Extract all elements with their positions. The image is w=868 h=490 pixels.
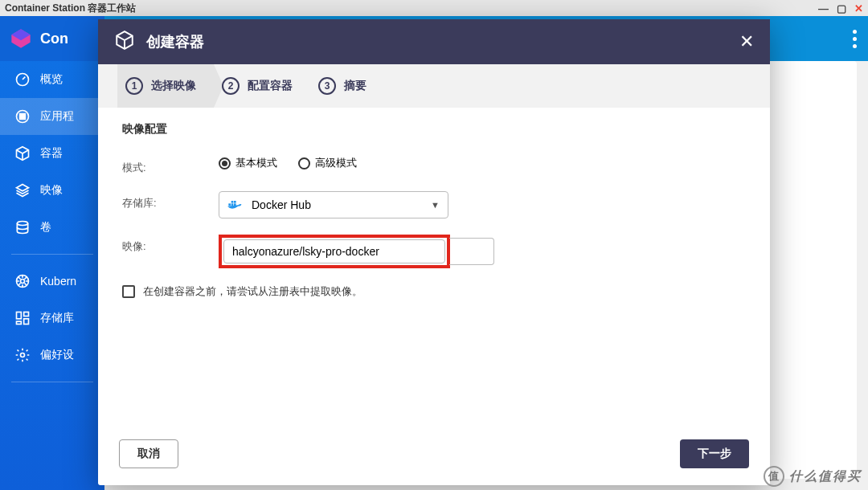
image-input[interactable] xyxy=(223,239,445,263)
window-minimize-icon[interactable]: — xyxy=(818,2,829,14)
image-label: 映像: xyxy=(122,235,219,254)
sidebar-item-repositories[interactable]: 存储库 xyxy=(0,300,104,337)
checkbox-icon xyxy=(122,285,135,298)
sidebar-item-label: 应用程 xyxy=(40,109,74,124)
sidebar-item-label: 映像 xyxy=(40,183,63,198)
step-number: 3 xyxy=(318,77,336,95)
svg-point-8 xyxy=(17,222,27,226)
svg-rect-6 xyxy=(20,117,23,120)
window-controls: — ▢ ✕ xyxy=(818,2,863,14)
modal-footer: 取消 下一步 xyxy=(98,432,770,485)
svg-rect-20 xyxy=(234,201,236,203)
svg-rect-5 xyxy=(23,114,26,116)
svg-point-10 xyxy=(21,280,25,284)
step-label: 摘要 xyxy=(344,79,366,93)
step-label: 选择映像 xyxy=(151,79,196,93)
checkbox-label: 在创建容器之前，请尝试从注册表中提取映像。 xyxy=(143,284,362,299)
modal-overlay: 创建容器 ✕ 1 选择映像 2 配置容器 3 摘要 映像配置 模式: xyxy=(0,16,868,490)
brand-label: Con xyxy=(40,31,68,47)
mode-field: 基本模式 高级模式 xyxy=(219,156,357,170)
radio-advanced-mode[interactable]: 高级模式 xyxy=(298,156,357,170)
radio-icon xyxy=(219,157,231,169)
modal-title: 创建容器 xyxy=(146,32,204,51)
section-title: 映像配置 xyxy=(122,122,746,137)
step-label: 配置容器 xyxy=(248,79,293,93)
svg-rect-12 xyxy=(24,312,29,316)
sidebar-item-label: 卷 xyxy=(40,220,51,235)
cancel-button[interactable]: 取消 xyxy=(119,439,178,468)
sidebar: Con 概览 应用程 容器 映像 卷 Kubern 存储库 xyxy=(0,16,104,490)
layers-icon xyxy=(14,182,31,198)
row-repository: 存储库: Docker Hub ▼ xyxy=(122,191,746,218)
radio-icon xyxy=(298,157,310,169)
repository-label: 存储库: xyxy=(122,191,219,210)
image-input-ext[interactable] xyxy=(449,238,494,265)
modal-body: 映像配置 模式: 基本模式 高级模式 存储库: xyxy=(98,108,770,432)
svg-rect-11 xyxy=(17,312,22,319)
window-titlebar: Container Station 容器工作站 — ▢ ✕ xyxy=(0,0,868,16)
gear-icon xyxy=(14,347,31,363)
sidebar-item-images[interactable]: 映像 xyxy=(0,172,104,209)
docker-icon xyxy=(227,199,244,210)
svg-rect-14 xyxy=(24,319,29,325)
helm-icon xyxy=(14,273,31,289)
step-configure-container[interactable]: 2 配置容器 xyxy=(214,64,310,108)
grid-icon xyxy=(14,108,31,125)
mode-label: 模式: xyxy=(122,156,219,175)
window-maximize-icon[interactable]: ▢ xyxy=(837,2,846,14)
sidebar-item-label: 容器 xyxy=(40,146,63,161)
repository-field: Docker Hub ▼ xyxy=(219,191,448,218)
radio-basic-mode[interactable]: 基本模式 xyxy=(219,156,277,170)
sidebar-item-applications[interactable]: 应用程 xyxy=(0,98,104,135)
svg-rect-16 xyxy=(228,203,231,206)
modal-header: 创建容器 ✕ xyxy=(98,19,770,64)
svg-point-15 xyxy=(21,353,25,357)
cube-icon xyxy=(114,30,135,54)
highlight-frame xyxy=(219,235,450,268)
sidebar-item-label: 存储库 xyxy=(40,311,74,325)
wizard-steps: 1 选择映像 2 配置容器 3 摘要 xyxy=(98,64,770,108)
row-precheck: 在创建容器之前，请尝试从注册表中提取映像。 xyxy=(122,284,746,299)
svg-rect-7 xyxy=(23,117,26,120)
gauge-icon xyxy=(14,71,31,88)
sidebar-divider xyxy=(11,382,93,382)
sidebar-item-kubernetes[interactable]: Kubern xyxy=(0,263,104,300)
sidebar-item-label: Kubern xyxy=(40,275,76,288)
menu-dots-icon[interactable] xyxy=(853,30,857,48)
image-field xyxy=(219,235,494,268)
svg-rect-19 xyxy=(231,201,234,203)
radio-label: 高级模式 xyxy=(315,156,357,170)
step-number: 1 xyxy=(125,77,143,95)
chevron-down-icon: ▼ xyxy=(431,200,440,210)
sidebar-item-volumes[interactable]: 卷 xyxy=(0,209,104,246)
watermark-badge-icon: 值 xyxy=(764,466,784,487)
row-image: 映像: xyxy=(122,235,746,268)
svg-rect-18 xyxy=(234,203,236,206)
sidebar-item-overview[interactable]: 概览 xyxy=(0,61,104,98)
close-icon[interactable]: ✕ xyxy=(739,31,754,52)
watermark: 值 什么值得买 xyxy=(764,466,862,487)
sidebar-item-label: 概览 xyxy=(40,72,63,87)
step-number: 2 xyxy=(222,77,240,95)
repository-value: Docker Hub xyxy=(252,198,311,211)
window-close-icon[interactable]: ✕ xyxy=(854,2,863,14)
svg-rect-17 xyxy=(231,203,234,206)
precheck-checkbox[interactable]: 在创建容器之前，请尝试从注册表中提取映像。 xyxy=(122,284,362,299)
window-title: Container Station 容器工作站 xyxy=(5,2,136,15)
cube-icon xyxy=(14,145,31,161)
sidebar-item-preferences[interactable]: 偏好设 xyxy=(0,337,104,374)
sidebar-divider xyxy=(11,254,93,255)
database-icon xyxy=(14,219,31,235)
step-select-image[interactable]: 1 选择映像 xyxy=(117,64,214,108)
sidebar-item-label: 偏好设 xyxy=(40,348,74,362)
dashboard-icon xyxy=(14,310,31,326)
svg-rect-4 xyxy=(20,114,23,116)
brand: Con xyxy=(0,16,104,61)
repository-select[interactable]: Docker Hub ▼ xyxy=(219,191,448,218)
sidebar-item-containers[interactable]: 容器 xyxy=(0,135,104,172)
watermark-text: 什么值得买 xyxy=(789,468,862,485)
create-container-modal: 创建容器 ✕ 1 选择映像 2 配置容器 3 摘要 映像配置 模式: xyxy=(98,19,770,485)
next-button[interactable]: 下一步 xyxy=(680,439,749,468)
step-summary[interactable]: 3 摘要 xyxy=(310,64,384,108)
svg-rect-13 xyxy=(17,321,22,324)
